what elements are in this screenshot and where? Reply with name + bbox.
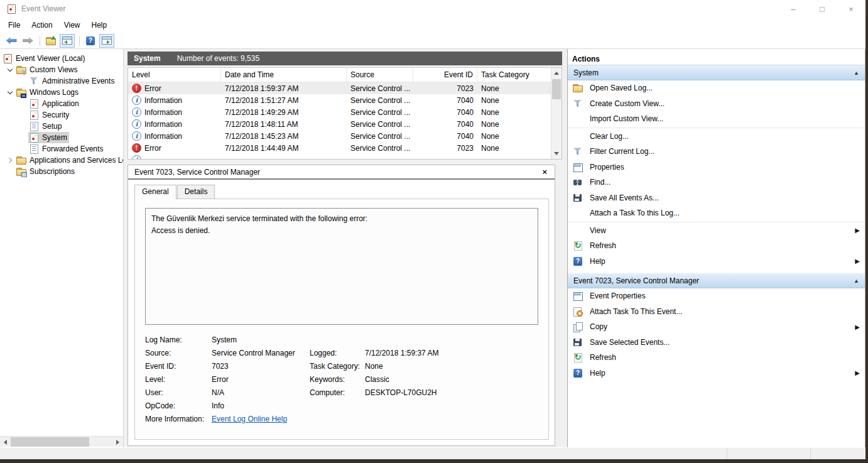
- forward-arrow-icon: [23, 37, 33, 44]
- tree-item-setup[interactable]: Setup: [0, 121, 123, 132]
- action-copy[interactable]: Copy ▶: [568, 319, 865, 335]
- toolbar: [0, 33, 865, 49]
- event-count: Number of events: 9,535: [177, 54, 259, 63]
- tree-item-security[interactable]: Security: [0, 109, 123, 121]
- action-save-all-events-as[interactable]: Save All Events As...: [568, 190, 865, 206]
- column-header-level[interactable]: Level: [128, 68, 221, 82]
- action-view[interactable]: View ▶: [568, 223, 865, 239]
- scroll-up-button[interactable]: [551, 68, 561, 79]
- tree-item-label: System: [42, 133, 67, 142]
- expander-open-icon[interactable]: [5, 87, 15, 97]
- tree-item-subscriptions[interactable]: Subscriptions: [0, 166, 123, 177]
- action-clear-log[interactable]: Clear Log...: [568, 129, 865, 144]
- collapse-icon[interactable]: ▲: [854, 70, 859, 76]
- tab-general[interactable]: General: [134, 185, 176, 199]
- tree-item-label: Application: [42, 99, 79, 108]
- action-properties[interactable]: Properties: [568, 160, 865, 175]
- log-plain-icon: [29, 144, 39, 154]
- column-header-source[interactable]: Source: [347, 68, 413, 82]
- menu-view[interactable]: View: [58, 19, 86, 31]
- open-saved-log-icon: [573, 83, 583, 93]
- open-saved-log-button[interactable]: [43, 34, 58, 48]
- event-log-online-help-link[interactable]: Event Log Online Help: [212, 415, 287, 423]
- log-plain-icon: [29, 121, 39, 131]
- menu-action[interactable]: Action: [26, 19, 58, 31]
- action-open-saved-log[interactable]: Open Saved Log...: [568, 80, 865, 96]
- action-refresh-event[interactable]: Refresh: [568, 350, 865, 366]
- table-vertical-scrollbar[interactable]: [551, 68, 561, 159]
- back-button[interactable]: [4, 34, 19, 48]
- actions-section-header-system[interactable]: System ▲: [568, 65, 865, 80]
- action-attach-task-to-log[interactable]: Attach a Task To this Log...: [568, 205, 865, 221]
- log-title-bar: System Number of events: 9,535: [127, 52, 562, 65]
- tab-details[interactable]: Details: [177, 185, 215, 199]
- tree-item-windows-logs[interactable]: Windows Logs: [0, 87, 123, 98]
- scroll-left-button[interactable]: [0, 437, 11, 447]
- action-attach-task-to-event[interactable]: Attach Task To This Event...: [568, 304, 865, 320]
- table-row-partial[interactable]: [128, 154, 561, 160]
- action-find[interactable]: Find...: [568, 175, 865, 190]
- scroll-right-button[interactable]: [112, 437, 123, 447]
- scrollbar-thumb[interactable]: [552, 79, 561, 99]
- tree-item-system[interactable]: System: [0, 132, 123, 143]
- close-button[interactable]: ×: [837, 0, 865, 18]
- actions-title: Actions: [568, 53, 865, 65]
- action-help-event[interactable]: Help ▶: [568, 366, 865, 381]
- forward-button[interactable]: [20, 34, 35, 48]
- table-row[interactable]: Information 7/12/2018 1:48:11 AM Service…: [128, 118, 561, 130]
- minimize-button[interactable]: –: [779, 0, 808, 18]
- action-filter-current-log[interactable]: Filter Current Log...: [568, 144, 865, 160]
- desktop-background: [0, 459, 868, 463]
- column-header-event-id[interactable]: Event ID: [413, 68, 477, 82]
- tree-item-custom-views[interactable]: Custom Views: [0, 64, 123, 75]
- tree-item-event-viewer-local[interactable]: Event Viewer (Local): [0, 53, 123, 64]
- field-label: OpCode:: [145, 401, 212, 410]
- tree-item-forwarded-events[interactable]: Forwarded Events: [0, 143, 123, 155]
- tree-horizontal-scrollbar[interactable]: [0, 436, 123, 447]
- tree-item-label: Forwarded Events: [42, 144, 103, 153]
- scrollbar-thumb[interactable]: [11, 437, 89, 447]
- field-label: Source:: [145, 349, 212, 357]
- action-create-custom-view[interactable]: Create Custom View...: [568, 96, 865, 112]
- show-action-pane-button[interactable]: [99, 34, 114, 48]
- expander-closed-icon[interactable]: [5, 155, 15, 165]
- collapse-icon[interactable]: ▲: [854, 278, 859, 284]
- table-row[interactable]: Information 7/12/2018 1:45:23 AM Service…: [128, 130, 561, 142]
- field-label: Event ID:: [145, 362, 212, 371]
- filter-icon: [573, 146, 583, 156]
- action-event-properties[interactable]: Event Properties: [568, 288, 865, 304]
- scroll-down-button[interactable]: [551, 148, 561, 159]
- action-refresh[interactable]: Refresh: [568, 238, 865, 254]
- maximize-button[interactable]: □: [808, 0, 837, 18]
- field-label: Level:: [145, 375, 212, 384]
- window-title: Event Viewer: [21, 4, 65, 13]
- close-details-button[interactable]: ×: [541, 167, 548, 177]
- field-value: 7023: [212, 362, 310, 371]
- show-console-tree-button[interactable]: [60, 34, 75, 48]
- tree-item-application[interactable]: Application: [0, 98, 123, 109]
- event-viewer-window: Event Viewer – □ × File Action View Help…: [0, 0, 865, 447]
- tree-item-applications-and-services-logs[interactable]: Applications and Services Lo: [0, 155, 123, 166]
- table-row[interactable]: Error 7/12/2018 1:44:49 AM Service Contr…: [128, 142, 561, 154]
- menu-help[interactable]: Help: [86, 19, 113, 31]
- action-import-custom-view[interactable]: Import Custom View...: [568, 111, 865, 127]
- tree-item-administrative-events[interactable]: Administrative Events: [0, 75, 123, 87]
- help-button[interactable]: [83, 34, 98, 48]
- expander-open-icon[interactable]: [5, 65, 15, 75]
- column-header-task-category[interactable]: Task Category: [477, 68, 551, 82]
- refresh-icon: [573, 352, 583, 362]
- submenu-arrow-icon: ▶: [855, 369, 860, 376]
- actions-section-header-event[interactable]: Event 7023, Service Control Manager ▲: [568, 273, 865, 288]
- event-details-pane: Event 7023, Service Control Manager × Ge…: [127, 165, 555, 446]
- field-value: N/A: [212, 388, 310, 397]
- table-row[interactable]: Information 7/12/2018 1:51:27 AM Service…: [128, 94, 561, 106]
- table-row[interactable]: Information 7/12/2018 1:49:29 AM Service…: [128, 106, 561, 118]
- action-save-selected-events[interactable]: Save Selected Events...: [568, 335, 865, 351]
- action-help[interactable]: Help ▶: [568, 254, 865, 270]
- menu-file[interactable]: File: [3, 19, 26, 31]
- actions-separator: [568, 222, 865, 222]
- column-header-date[interactable]: Date and Time: [221, 68, 347, 82]
- table-header: Level Date and Time Source Event ID Task…: [128, 68, 561, 82]
- table-row[interactable]: Error 7/12/2018 1:59:37 AM Service Contr…: [128, 82, 561, 94]
- information-icon: [132, 107, 141, 117]
